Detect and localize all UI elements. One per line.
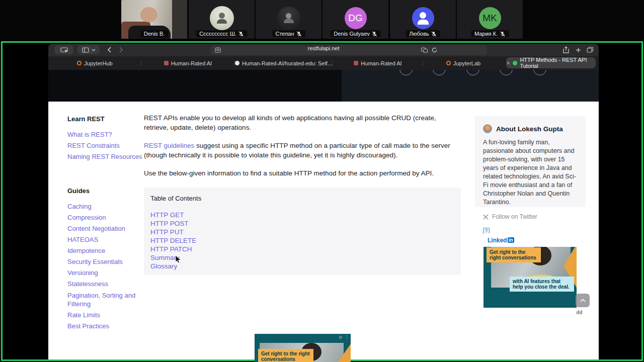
inline-linkedin-ad[interactable]: ▷ ⋮ Get right to the right conversations…: [255, 334, 351, 362]
github-icon: [235, 61, 239, 65]
sidebar-guides: Guides Caching Compression Content Negot…: [67, 187, 145, 332]
site-favicon: [513, 61, 517, 65]
mouse-cursor: [175, 255, 182, 264]
participant-tile[interactable]: MK Мария К.: [457, 0, 523, 39]
tab-human-rated-ai-2[interactable]: Human-Rated AI: [333, 56, 423, 70]
header-circle-icon: [433, 70, 446, 75]
toc-link-http-post[interactable]: HTTP POST: [150, 219, 461, 228]
page-header-band: [48, 70, 599, 102]
header-hero: [48, 70, 342, 102]
ad-headline-top: Get right to the right conversations: [487, 247, 541, 262]
tab-http-methods-active[interactable]: ✕ HTTP Methods - REST API Tutorial: [506, 57, 596, 68]
tab-overview-icon[interactable]: [584, 45, 596, 54]
participant-tile[interactable]: Любовь: [390, 0, 456, 39]
toc-link-http-get[interactable]: HTTP GET: [150, 211, 461, 219]
sidebar-link-hateoas[interactable]: HATEOAS: [67, 234, 145, 245]
table-of-contents: Table of Contents HTTP GET HTTP POST HTT…: [144, 188, 461, 275]
avatar-initials: MK: [482, 13, 497, 24]
zoom-screen-share-view: Denis B. Cccccccccc Ш. Степан DG: [0, 0, 644, 362]
watermark-icon: [577, 310, 582, 314]
avatar: DG: [345, 7, 367, 29]
toc-link-summary[interactable]: Summary: [150, 253, 461, 262]
toc-link-http-put[interactable]: HTTP PUT: [150, 228, 461, 236]
participant-strip: Denis B. Cccccccccc Ш. Степан DG: [0, 0, 644, 41]
sidebar-link-compression[interactable]: Compression: [67, 212, 145, 223]
muted-mic-icon: [372, 31, 377, 37]
tab-human-rated-ai-1[interactable]: Human-Rated AI: [141, 56, 234, 70]
tab-github-repo[interactable]: Human-Rated-AI/hurated-edu: Self...: [234, 56, 333, 70]
tab-jupyterlab[interactable]: JupyterLab: [423, 56, 504, 70]
sidebar-link-versioning[interactable]: Versioning: [67, 267, 145, 279]
shared-screen-frame: restfulapi.net: [1, 41, 643, 361]
header-circle-icon: [399, 70, 413, 75]
new-tab-icon[interactable]: [573, 45, 584, 54]
participant-tile[interactable]: Степан: [256, 0, 321, 39]
participant-tile[interactable]: Cccccccccc Ш.: [189, 0, 255, 39]
paragraph-guidelines: REST guidelines suggest using a specific…: [144, 141, 460, 160]
toc-link-glossary[interactable]: Glossary: [150, 262, 461, 270]
safari-window: restfulapi.net: [48, 44, 599, 359]
browser-toolbar: restfulapi.net: [48, 44, 599, 56]
sidebar-link-idempotence[interactable]: Idempotence: [67, 245, 145, 256]
url-text[interactable]: restfulapi.net: [48, 45, 599, 51]
participant-name: Denis Gulyaev: [330, 30, 381, 37]
sidebar-link-naming-rest-resources[interactable]: Naming REST Resources: [67, 151, 145, 162]
document-icon: [354, 61, 358, 65]
adchoices-icon[interactable]: ▷ ⋮: [340, 335, 349, 339]
sidebar-link-pagination[interactable]: Pagination, Sorting and Filtering: [67, 290, 138, 310]
rest-guidelines-link[interactable]: REST guidelines: [144, 142, 194, 149]
about-author-box: About Lokesh Gupta A fun-loving family m…: [475, 116, 586, 207]
about-title: About Lokesh Gupta: [496, 125, 563, 133]
participant-name: Cccccccccc Ш.: [196, 30, 248, 37]
author-avatar: [483, 124, 492, 133]
header-circle-icon: [500, 70, 513, 75]
toc-link-http-delete[interactable]: HTTP DELETE: [150, 236, 461, 245]
person-icon: [418, 12, 429, 25]
sidebar-link-statelessness[interactable]: Statelessness: [67, 279, 145, 290]
sidebar-learn-rest: Learn REST What is REST? REST Constraint…: [67, 115, 145, 162]
toc-link-http-patch[interactable]: HTTP PATCH: [150, 245, 461, 253]
tab-jupyterhub[interactable]: JupyterHub: [48, 56, 141, 70]
paragraph-use-info: Use the below-given information to find …: [144, 168, 460, 178]
privacy-report-icon[interactable]: [420, 45, 429, 54]
x-twitter-icon: [483, 214, 489, 220]
muted-mic-icon: [431, 31, 437, 37]
document-icon: [164, 61, 169, 65]
sidebar-heading: Guides: [67, 187, 145, 195]
sidebar-link-rest-constraints[interactable]: REST Constraints: [67, 140, 145, 151]
header-circle-icon: [466, 70, 479, 75]
share-icon[interactable]: [560, 45, 572, 54]
participant-name: Степан: [272, 30, 305, 37]
sidebar-linkedin-ad[interactable]: ▷ ⋮ Get right to the right conversations…: [484, 233, 577, 308]
sidebar-link-best-practices[interactable]: Best Practices: [67, 321, 145, 332]
chevron-up-icon: [580, 299, 586, 302]
close-tab-icon[interactable]: ✕: [506, 60, 510, 66]
header-circle-icon: [533, 70, 546, 75]
jupyter-icon: [446, 61, 451, 65]
sidebar-link-caching[interactable]: Caching: [67, 201, 145, 212]
sidebar-heading: Learn REST: [67, 115, 145, 123]
participant-name: Мария К.: [471, 30, 509, 37]
sidebar-link-rate-limits[interactable]: Rate Limits: [67, 310, 145, 321]
webpage-content: Learn REST What is REST? REST Constraint…: [48, 102, 599, 359]
sidebar-link-what-is-rest[interactable]: What is REST?: [67, 129, 145, 140]
muted-mic-icon: [500, 31, 505, 37]
avatar: [412, 7, 434, 29]
avatar-initials: DG: [348, 13, 363, 24]
sidebar-link-security-essentials[interactable]: Security Essentials: [67, 256, 145, 267]
ad-headline-bottom: with AI features that help you close the…: [510, 277, 574, 292]
participant-tile[interactable]: DG Denis Gulyaev: [323, 0, 388, 39]
paragraph-crud: REST APIs enable you to develop all kind…: [144, 113, 460, 132]
reload-icon[interactable]: [430, 45, 439, 54]
follow-on-twitter-link[interactable]: Follow on Twitter: [483, 213, 578, 220]
avatar: MK: [479, 7, 501, 29]
about-body: A fun-loving family man, passionate abou…: [483, 138, 578, 207]
participant-tile-video[interactable]: Denis B.: [121, 0, 187, 39]
jupyter-icon: [77, 61, 82, 65]
avatar: [210, 6, 234, 30]
toc-title: Table of Contents: [150, 195, 461, 202]
muted-mic-icon: [296, 31, 302, 37]
sidebar-link-content-negotiation[interactable]: Content Negotiation: [67, 223, 145, 234]
ad-headline-top: Get right to the right conversations: [258, 349, 313, 362]
scroll-to-top-button[interactable]: [576, 294, 590, 307]
